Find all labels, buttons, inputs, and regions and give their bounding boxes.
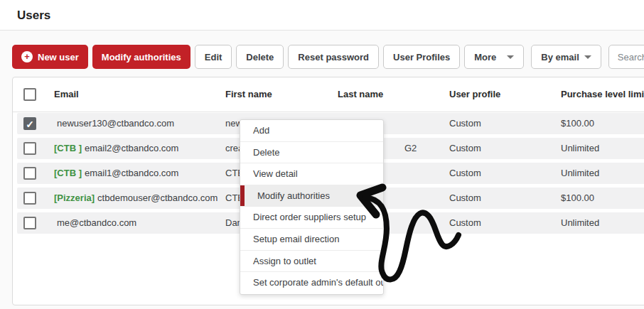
purchase-limit-cell: Unlimited <box>561 212 599 234</box>
email-cell: [CTB ]email1@ctbandco.com <box>54 163 178 184</box>
new-user-button[interactable]: + New user <box>12 45 88 69</box>
row-checkbox[interactable] <box>23 167 36 180</box>
row-checkbox[interactable]: ✓ <box>23 117 36 130</box>
menu-item-assign-to-outlet[interactable]: Assign to outlet <box>240 251 383 273</box>
reset-password-label: Reset password <box>298 52 369 63</box>
header-email: Email <box>54 77 79 112</box>
user-profile-cell: Custom <box>449 113 481 134</box>
page-title: Users <box>17 0 50 31</box>
title-bar: Users <box>0 0 644 31</box>
header-first-name: First name <box>225 77 272 112</box>
user-profiles-button[interactable]: User Profiles <box>383 45 460 69</box>
email-text: email2@ctbandco.com <box>85 143 178 153</box>
edit-label: Edit <box>205 52 222 63</box>
email-text: newuser130@ctbandco.com <box>57 118 174 129</box>
outlet-tag: [CTB ] <box>54 168 82 178</box>
row-checkbox[interactable] <box>23 217 36 229</box>
caret-down-icon <box>507 55 514 59</box>
select-all-checkbox[interactable] <box>23 88 36 101</box>
menu-item-add[interactable]: Add <box>240 120 383 142</box>
email-text: me@ctbandco.com <box>57 217 136 228</box>
purchase-limit-cell: $100.00 <box>561 113 594 134</box>
modify-authorities-label: Modify authorities <box>102 52 181 63</box>
menu-item-delete[interactable]: Delete <box>240 142 383 164</box>
email-cell: [CTB ]email2@ctbandco.com <box>54 138 178 159</box>
edit-button[interactable]: Edit <box>195 45 232 69</box>
outlet-tag: [CTB ] <box>54 143 82 153</box>
email-text: ctbdemouser@ctbandco.com <box>97 193 218 203</box>
purchase-limit-cell: Unlimited <box>561 138 599 159</box>
filter-by-value: By email <box>541 52 579 63</box>
header-user-profile: User profile <box>449 77 500 112</box>
menu-item-set-corporate-admins-default-outlet[interactable]: Set corporate admin's default outlet <box>240 272 383 294</box>
user-profile-cell: Custom <box>449 138 481 159</box>
email-cell: [Pizzeria]ctbdemouser@ctbandco.com <box>54 188 218 209</box>
context-menu: Add Delete View detail Modify authoritie… <box>240 119 384 295</box>
menu-item-direct-order-suppliers-setup[interactable]: Direct order suppliers setup <box>240 207 383 229</box>
reset-password-button[interactable]: Reset password <box>288 45 379 69</box>
menu-item-view-detail[interactable]: View detail <box>240 163 383 185</box>
delete-label: Delete <box>246 52 274 63</box>
more-label: More <box>474 52 496 63</box>
user-profile-cell: Custom <box>449 212 481 234</box>
email-cell: me@ctbandco.com <box>54 212 136 234</box>
user-profiles-label: User Profiles <box>393 52 450 63</box>
toolbar: + New user Modify authorities Edit Delet… <box>12 45 644 69</box>
caret-down-icon <box>584 55 591 59</box>
search-input[interactable] <box>608 45 644 69</box>
filter-by-select[interactable]: By email <box>531 45 601 69</box>
more-button[interactable]: More <box>464 45 524 69</box>
email-text: email1@ctbandco.com <box>85 168 178 178</box>
plus-icon: + <box>21 51 33 63</box>
modify-authorities-button[interactable]: Modify authorities <box>92 45 190 69</box>
row-checkbox[interactable] <box>23 142 36 155</box>
header-last-name: Last name <box>338 77 383 112</box>
users-admin-page: { "page": { "title": "Users" }, "colors"… <box>0 0 644 309</box>
new-user-label: New user <box>38 52 79 63</box>
user-profile-cell: Custom <box>449 188 481 209</box>
row-checkbox[interactable] <box>23 192 36 205</box>
user-profile-cell: Custom <box>449 163 481 184</box>
header-purchase-level-limit: Purchase level limit <box>561 77 644 112</box>
purchase-limit-cell: $100.00 <box>561 188 594 209</box>
menu-item-modify-authorities[interactable]: Modify authorities <box>240 185 383 207</box>
purchase-limit-cell: Unlimited <box>561 163 599 184</box>
menu-item-setup-email-direction[interactable]: Setup email direction <box>240 229 383 251</box>
outlet-tag: [Pizzeria] <box>54 193 95 203</box>
table-header-row: Email First name Last name User profile … <box>13 77 644 112</box>
email-cell: newuser130@ctbandco.com <box>54 113 174 134</box>
delete-button[interactable]: Delete <box>236 45 284 69</box>
